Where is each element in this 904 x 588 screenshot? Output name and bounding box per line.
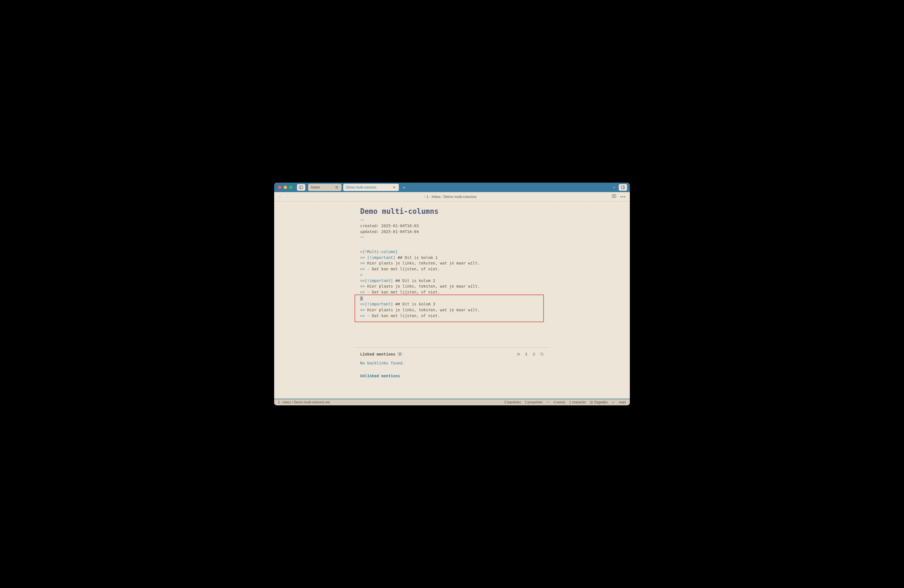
close-button[interactable] (278, 186, 281, 189)
svg-rect-2 (621, 186, 624, 189)
minimize-button[interactable] (284, 186, 287, 189)
tab-active-label: Demo multi-columns (346, 185, 389, 189)
collapse-results-button[interactable] (517, 352, 520, 356)
frontmatter-hr-end: —— (360, 235, 544, 239)
status-layout[interactable]: Dagelijks (590, 400, 608, 404)
linked-mentions-header[interactable]: Linked mentions (360, 352, 395, 356)
nav-forward-button[interactable]: → (285, 194, 289, 199)
annotation-highlight-box: > >>[!important] ## Dit is kolom 3 >> Hi… (355, 294, 544, 322)
status-chars[interactable]: 1 character (569, 400, 586, 404)
unlinked-mentions-header[interactable]: Unlinked mentions (360, 374, 544, 378)
selected-cursor-text: > (360, 296, 363, 301)
editor-content[interactable]: Demo multi-columns —— created: 2025-01-0… (274, 202, 630, 399)
source-editor[interactable]: >[!Multi-column] >> [!important] ## Dit … (360, 249, 544, 322)
status-source-mode-icon[interactable] (546, 401, 550, 404)
status-git-branch[interactable]: main (619, 400, 626, 404)
tab-home-label: Home (311, 185, 332, 189)
note-title[interactable]: Demo multi-columns (360, 207, 544, 215)
close-tab-icon[interactable]: ✕ (392, 185, 396, 189)
tab-active[interactable]: Demo multi-columns ✕ (343, 184, 399, 191)
titlebar: Home Demo multi-columns ✕ + (274, 183, 630, 192)
callout-multicolumn: >[!Multi-column] (360, 250, 398, 254)
backlinks-actions (517, 352, 544, 356)
frontmatter-created: created: 2025-01-04T16:03 (360, 223, 544, 229)
toggle-left-sidebar-button[interactable] (297, 184, 305, 191)
linked-mentions-count: 0 (397, 352, 402, 356)
search-backlinks-button[interactable] (540, 352, 544, 356)
status-file-path[interactable]: 1 - Inbox / Demo multi-columns.md (278, 400, 501, 404)
status-sync-icon[interactable]: ✓ (612, 400, 615, 405)
no-backlinks-message: No backlinks found. (360, 361, 544, 365)
frontmatter-hr: —— (360, 218, 544, 222)
nav-arrows: ← → (278, 194, 289, 199)
callout-important-2: >>[!important] (360, 278, 393, 283)
maximize-button[interactable] (289, 186, 292, 189)
frontmatter-updated: updated: 2025-01-04T16:04 (360, 229, 544, 235)
titlebar-right (612, 184, 628, 191)
callout-important-3: >>[!important] (360, 302, 393, 306)
breadcrumb-seg-2: Demo multi-columns (444, 194, 476, 199)
backlinks-panel: Linked mentions 0 No backlinks found. Un… (355, 347, 549, 378)
view-header: ← → / 1 - Inbox / Demo multi-columns ••• (274, 192, 630, 202)
obsidian-window: Home Demo multi-columns ✕ + ← → / 1 - In… (274, 183, 630, 405)
pin-icon[interactable] (335, 185, 339, 189)
toggle-right-sidebar-button[interactable] (619, 184, 627, 191)
svg-rect-0 (299, 186, 303, 189)
status-bar: 1 - Inbox / Demo multi-columns.md 0 back… (274, 399, 630, 405)
new-tab-button[interactable]: + (400, 184, 407, 191)
view-actions: ••• (612, 194, 626, 199)
svg-point-10 (541, 353, 543, 355)
nav-back-button[interactable]: ← (278, 194, 282, 199)
breadcrumb[interactable]: / 1 - Inbox / Demo multi-columns (289, 194, 612, 199)
sidebar-right-icon (621, 185, 625, 190)
show-more-context-button[interactable] (525, 352, 528, 356)
reading-view-button[interactable] (612, 194, 616, 199)
tab-dropdown-button[interactable] (612, 185, 617, 190)
svg-line-11 (542, 355, 543, 356)
sidebar-left-icon (299, 185, 303, 190)
change-sort-button[interactable] (532, 352, 536, 356)
more-options-button[interactable]: ••• (620, 194, 626, 199)
breadcrumb-seg-1: 1 - Inbox (427, 194, 441, 199)
status-properties[interactable]: 2 properties (525, 400, 542, 404)
status-words[interactable]: 0 words (553, 400, 565, 404)
callout-important-1: >> [!important] (360, 255, 395, 260)
tab-home[interactable]: Home (308, 184, 341, 191)
status-backlinks[interactable]: 0 backlinks (504, 400, 521, 404)
window-controls (276, 186, 295, 189)
